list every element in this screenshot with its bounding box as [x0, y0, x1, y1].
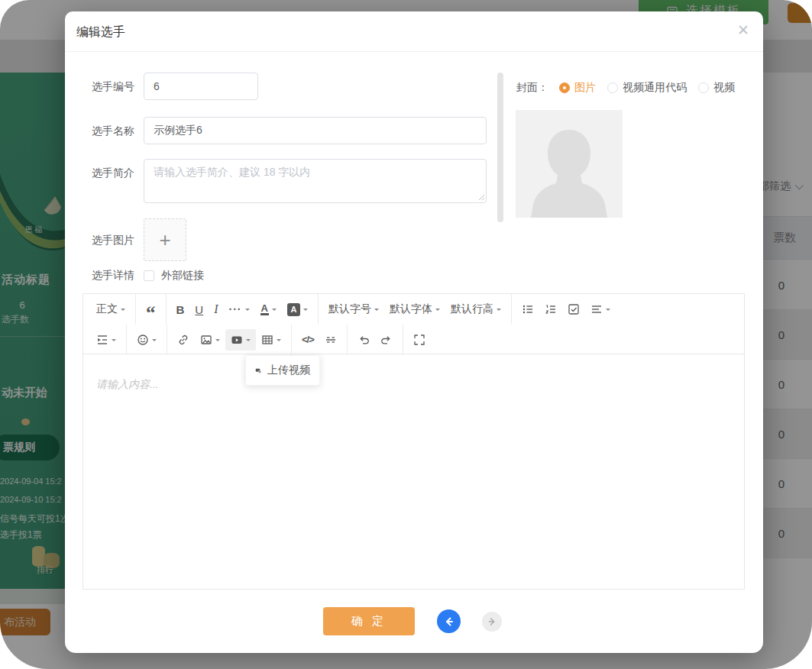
edit-player-modal: 编辑选手 ✕ 选手编号 选手名称 选手简介 选手图片 + 选手详情 外部链接 封… [65, 11, 763, 653]
divider-button[interactable] [319, 329, 342, 351]
player-name-input[interactable] [144, 117, 487, 144]
caret-down-icon [606, 309, 610, 313]
cover-placeholder-image [516, 110, 623, 218]
bullet-list-icon [522, 303, 534, 315]
image-icon [200, 334, 212, 346]
blockquote-button[interactable]: “ [141, 299, 161, 320]
player-image-label: 选手图片 [65, 218, 134, 261]
form-scrollbar[interactable] [497, 73, 503, 222]
editor-placeholder: 请输入内容... [96, 378, 159, 392]
close-icon[interactable]: ✕ [737, 11, 749, 50]
image-dropdown[interactable] [195, 329, 225, 351]
underline-button[interactable]: U [189, 299, 209, 320]
fullscreen-icon [413, 334, 425, 346]
radio-icon [607, 82, 618, 93]
font-size-dropdown[interactable]: 默认字号 [323, 299, 384, 320]
undo-button[interactable] [352, 329, 375, 351]
font-color-icon: A [260, 303, 269, 315]
numbered-list-icon [545, 303, 557, 315]
todo-list-button[interactable] [562, 299, 585, 320]
indent-icon [96, 334, 108, 346]
divider-icon [325, 334, 337, 346]
align-dropdown[interactable] [585, 299, 616, 320]
radio-selected-icon [559, 82, 570, 93]
modal-header: 编辑选手 ✕ [65, 11, 763, 52]
next-player-button[interactable] [482, 612, 502, 632]
font-color-dropdown[interactable]: A [255, 299, 282, 320]
caret-down-icon [435, 309, 440, 313]
cover-section: 封面： 图片 视频通用代码 视频 [516, 81, 735, 95]
cover-option-image[interactable]: 图片 [559, 81, 596, 95]
upload-video-menu-item[interactable]: 上传视频 [245, 355, 320, 386]
editor-toolbar: 正文 “ B U I ··· A [83, 294, 744, 354]
cover-option-video-code[interactable]: 视频通用代码 [607, 81, 687, 95]
paragraph-style-dropdown[interactable]: 正文 [91, 299, 131, 320]
todo-list-icon [568, 303, 580, 315]
bold-button[interactable]: B [171, 299, 190, 320]
italic-button[interactable]: I [209, 299, 223, 320]
video-dropdown[interactable] [225, 329, 256, 351]
font-family-dropdown[interactable]: 默认字体 [384, 299, 445, 320]
fullscreen-button[interactable] [408, 329, 431, 351]
emoji-icon [137, 334, 149, 346]
player-detail-label: 选手详情 [65, 269, 134, 283]
previous-player-button[interactable] [437, 609, 461, 633]
caret-down-icon [246, 339, 251, 344]
player-number-label: 选手编号 [65, 73, 134, 100]
table-icon [261, 334, 273, 346]
undo-icon [357, 334, 370, 346]
caret-down-icon [374, 309, 379, 313]
link-button[interactable] [172, 329, 195, 351]
caret-down-icon [303, 309, 308, 313]
modal-title: 编辑选手 [76, 11, 125, 52]
bullet-list-button[interactable] [516, 299, 539, 320]
player-name-label: 选手名称 [65, 117, 134, 144]
indent-dropdown[interactable] [91, 329, 121, 351]
player-intro-textarea[interactable] [144, 159, 487, 203]
caret-down-icon [497, 309, 501, 313]
emoji-dropdown[interactable] [131, 329, 162, 351]
rich-text-editor: 正文 “ B U I ··· A [82, 293, 745, 590]
caret-down-icon [112, 339, 116, 344]
image-upload-button[interactable]: + [144, 218, 186, 261]
arrow-left-icon [443, 616, 455, 628]
redo-button[interactable] [375, 329, 398, 351]
caret-down-icon [245, 309, 250, 313]
more-styles-dropdown[interactable]: ··· [224, 299, 255, 320]
cover-option-video[interactable]: 视频 [698, 81, 735, 95]
app-window: 选择模板 恩福 活动标题 6 选手数 动未开始 票规则 2024-09- [0, 0, 812, 669]
redo-icon [380, 334, 393, 346]
align-icon [590, 303, 603, 315]
table-dropdown[interactable] [256, 329, 286, 351]
video-icon [231, 334, 243, 346]
highlight-color-dropdown[interactable]: A [282, 299, 313, 320]
upload-video-icon [255, 364, 261, 377]
person-silhouette-icon [516, 110, 623, 218]
link-icon [177, 334, 189, 346]
cover-label: 封面： [516, 81, 548, 95]
player-number-input[interactable] [144, 73, 258, 100]
caret-down-icon [121, 309, 125, 313]
player-intro-label: 选手简介 [65, 159, 134, 186]
caret-down-icon [152, 339, 157, 344]
external-link-checkbox[interactable] [144, 270, 154, 281]
external-link-label: 外部链接 [161, 269, 204, 283]
caret-down-icon [277, 339, 281, 344]
radio-icon [698, 82, 709, 93]
highlight-color-icon: A [287, 303, 300, 316]
numbered-list-button[interactable] [539, 299, 562, 320]
code-block-button[interactable]: </> [296, 329, 319, 351]
caret-down-icon [272, 309, 277, 313]
arrow-right-icon [487, 616, 497, 627]
line-height-dropdown[interactable]: 默认行高 [445, 299, 506, 320]
editor-content-area[interactable]: 请输入内容... [83, 355, 744, 590]
caret-down-icon [215, 339, 220, 344]
confirm-button[interactable]: 确 定 [323, 607, 415, 635]
plus-icon: + [159, 228, 170, 252]
